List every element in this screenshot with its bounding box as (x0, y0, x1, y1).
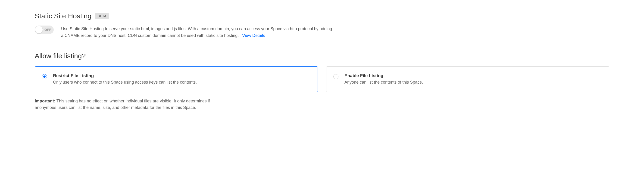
option-title: Restrict File Listing (53, 73, 311, 78)
radio-enable[interactable] (333, 74, 338, 79)
option-desc: Only users who connect to this Space usi… (53, 79, 311, 85)
description-text: Use Static Site Hosting to serve your st… (61, 27, 332, 38)
static-hosting-heading: Static Site Hosting (35, 12, 92, 20)
option-content: Restrict File Listing Only users who con… (53, 73, 311, 85)
static-site-hosting-section: Static Site Hosting BETA OFF Use Static … (35, 12, 609, 39)
static-hosting-toggle[interactable]: OFF (35, 26, 54, 34)
option-content: Enable File Listing Anyone can list the … (344, 73, 602, 85)
file-listing-options: Restrict File Listing Only users who con… (35, 66, 609, 92)
option-desc: Anyone can list the contents of this Spa… (344, 79, 602, 85)
toggle-knob (35, 26, 42, 33)
important-label: Important: (35, 99, 55, 103)
file-listing-heading: Allow file listing? (35, 52, 609, 60)
view-details-link[interactable]: View Details (242, 33, 265, 38)
static-hosting-description: Use Static Site Hosting to serve your st… (61, 26, 334, 39)
toggle-row: OFF Use Static Site Hosting to serve you… (35, 26, 609, 39)
important-text: This setting has no effect on whether in… (35, 99, 210, 110)
toggle-state-label: OFF (44, 28, 52, 32)
enable-file-listing-option[interactable]: Enable File Listing Anyone can list the … (326, 66, 609, 92)
restrict-file-listing-option[interactable]: Restrict File Listing Only users who con… (35, 66, 318, 92)
radio-restrict[interactable] (42, 74, 47, 79)
file-listing-section: Allow file listing? Restrict File Listin… (35, 52, 609, 111)
beta-badge: BETA (95, 13, 109, 19)
option-title: Enable File Listing (344, 73, 602, 78)
important-note: Important: This setting has no effect on… (35, 98, 224, 111)
heading-row: Static Site Hosting BETA (35, 12, 609, 20)
